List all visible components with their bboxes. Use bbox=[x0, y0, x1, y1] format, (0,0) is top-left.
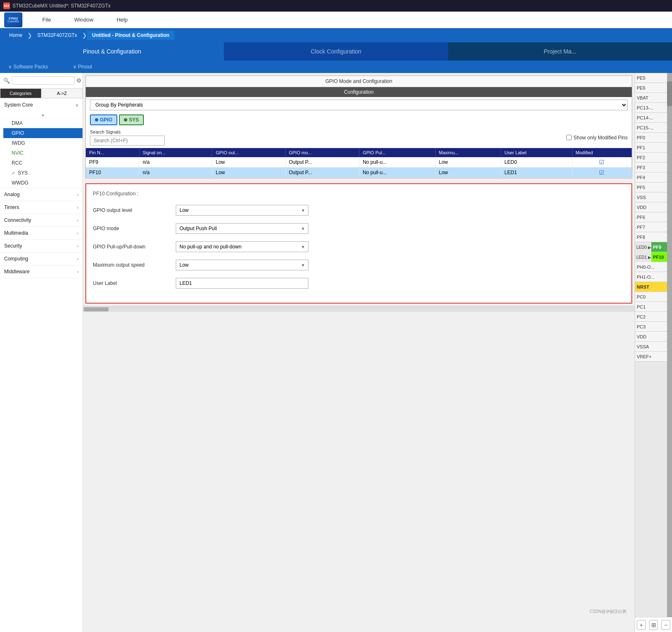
pin-PF9: PF9 bbox=[651, 242, 667, 252]
sidebar-tab-az[interactable]: A->Z bbox=[41, 88, 83, 98]
gear-icon[interactable]: ⚙ bbox=[76, 77, 82, 84]
menu-items: File Window Help bbox=[39, 15, 131, 24]
menu-help[interactable]: Help bbox=[113, 15, 131, 24]
sidebar-section-timers-header[interactable]: Timers › bbox=[0, 201, 82, 214]
menubar: STM32 CubeMX File Window Help bbox=[0, 12, 672, 28]
breadcrumb-arrow1: ❯ bbox=[27, 32, 32, 39]
chevron-right-icon2: › bbox=[77, 205, 78, 210]
zoom-out-button[interactable]: − bbox=[661, 620, 670, 630]
pin-PF1: PF1 bbox=[635, 143, 667, 153]
horizontal-scrollbar[interactable] bbox=[83, 306, 635, 312]
sidebar-section-analog-header[interactable]: Analog › bbox=[0, 188, 82, 201]
sidebar-section-multimedia-header[interactable]: Multimedia › bbox=[0, 227, 82, 239]
sidebar-section-timers: Timers › bbox=[0, 201, 82, 214]
sidebar-section-middleware: Middleware › bbox=[0, 265, 82, 278]
output-level-select[interactable]: Low High bbox=[176, 205, 308, 216]
subtab-pinout[interactable]: ∨ Pinout bbox=[73, 64, 92, 70]
pin-PH1: PH1-O... bbox=[635, 272, 667, 282]
pin-PC13: PC13-... bbox=[635, 103, 667, 113]
row0-pull: No pull-u... bbox=[359, 157, 435, 168]
sidebar-tab-bar: Categories A->Z bbox=[0, 88, 82, 99]
config-row-user-label: User Label bbox=[93, 278, 625, 289]
row0-max: Low bbox=[435, 157, 501, 168]
user-label-input[interactable] bbox=[176, 278, 308, 289]
pin-PC14: PC14-... bbox=[635, 113, 667, 123]
pin-PF3: PF3 bbox=[635, 163, 667, 173]
chevron-right-icon7: › bbox=[77, 270, 78, 274]
sidebar-section-security-header[interactable]: Security › bbox=[0, 240, 82, 252]
gpio-tab-gpio[interactable]: GPIO bbox=[90, 114, 117, 125]
pin-PE5: PE5 bbox=[635, 73, 667, 83]
sidebar-section-security: Security › bbox=[0, 240, 82, 253]
sidebar-section-computing-header[interactable]: Computing › bbox=[0, 253, 82, 265]
sidebar-section-connectivity: Connectivity › bbox=[0, 214, 82, 227]
show-modified-label: Show only Modified Pins bbox=[566, 135, 628, 141]
logo-text1: STM32 bbox=[9, 17, 18, 20]
sys-dot-icon bbox=[124, 118, 127, 122]
tab-pinout[interactable]: Pinout & Configuration bbox=[0, 42, 224, 61]
menu-file[interactable]: File bbox=[39, 15, 54, 24]
gpio-mode-select[interactable]: Output Push Pull Output Open Drain bbox=[176, 223, 308, 234]
row0-signal: n/a bbox=[139, 157, 212, 168]
table-row[interactable]: PF9 n/a Low Output P... No pull-u... Low… bbox=[86, 157, 632, 168]
sidebar-tab-categories[interactable]: Categories bbox=[0, 88, 41, 98]
fit-button[interactable]: ⊞ bbox=[649, 620, 658, 630]
col-pin: Pin N... bbox=[86, 148, 139, 157]
pin-PC1: PC1 bbox=[635, 302, 667, 312]
gpio-dot-icon bbox=[95, 118, 98, 122]
pin-PF4: PF4 bbox=[635, 173, 667, 182]
output-level-label: GPIO output level bbox=[93, 207, 176, 213]
sidebar-item-rcc[interactable]: RCC bbox=[3, 158, 82, 168]
breadcrumb: Home ❯ STM32F407ZGTx ❯ Untitled - Pinout… bbox=[0, 28, 672, 42]
sidebar-item-sys[interactable]: SYS bbox=[3, 168, 82, 178]
pull-label: GPIO Pull-up/Pull-down bbox=[93, 244, 176, 250]
pin-VBAT: VBAT bbox=[635, 93, 667, 103]
sidebar-item-wwdg[interactable]: WWDG bbox=[3, 178, 82, 188]
group-by-select[interactable]: Group By Peripherals bbox=[90, 100, 628, 110]
breadcrumb-current[interactable]: Untitled - Pinout & Configuration bbox=[87, 31, 175, 40]
sidebar-section-connectivity-header[interactable]: Connectivity › bbox=[0, 214, 82, 226]
gpio-tab-bar: GPIO SYS bbox=[86, 113, 632, 127]
row0-mode: Output P... bbox=[285, 157, 359, 168]
table-row[interactable]: PF10 n/a Low Output P... No pull-u... Lo… bbox=[86, 168, 632, 178]
subtab-software-packs[interactable]: ∨ Software Packs bbox=[8, 64, 48, 70]
pin-PF2: PF2 bbox=[635, 153, 667, 163]
row1-modified: ☑ bbox=[572, 168, 631, 178]
sidebar-section-middleware-header[interactable]: Middleware › bbox=[0, 265, 82, 278]
logo-text2: CubeMX bbox=[7, 20, 19, 23]
pull-select[interactable]: No pull-up and no pull-down Pull-up Pull… bbox=[176, 241, 308, 252]
gpio-mode-label: GPIO mode bbox=[93, 226, 176, 231]
pin-PF10: PF10 bbox=[651, 252, 667, 262]
gpio-config-panel: GPIO Mode and Configuration Configuratio… bbox=[85, 75, 632, 178]
breadcrumb-home[interactable]: Home bbox=[4, 31, 27, 40]
scrollbar-thumb[interactable] bbox=[84, 307, 109, 311]
speed-select[interactable]: Low Medium High Very High bbox=[176, 260, 308, 270]
show-modified-checkbox[interactable] bbox=[566, 135, 572, 140]
sidebar-section-system-core-header[interactable]: System Core ∨ bbox=[0, 99, 82, 111]
titlebar: MX STM32CubeMX Untitled*: STM32F407ZGTx bbox=[0, 0, 672, 12]
search-input[interactable] bbox=[12, 76, 75, 85]
col-max: Maximu... bbox=[435, 148, 501, 157]
tab-project[interactable]: Project Ma... bbox=[448, 42, 672, 61]
sidebar-item-dma[interactable]: DMA bbox=[3, 118, 82, 128]
sidebar-section-system-core: System Core ∨ ▲ DMA GPIO IWDG NVIC RCC bbox=[0, 99, 82, 188]
pin-NRST: NRST bbox=[635, 282, 667, 292]
check-icon2: ☑ bbox=[599, 169, 604, 176]
signal-search-input[interactable] bbox=[90, 136, 165, 146]
zoom-in-button[interactable]: + bbox=[637, 620, 646, 630]
sidebar-item-gpio[interactable]: GPIO bbox=[3, 128, 82, 138]
sidebar-item-nvic[interactable]: NVIC bbox=[3, 148, 82, 158]
check-icon: ☑ bbox=[599, 159, 604, 165]
sidebar-item-iwdg[interactable]: IWDG bbox=[3, 138, 82, 148]
row1-pin: PF10 bbox=[86, 168, 139, 178]
tab-clock[interactable]: Clock Configuration bbox=[224, 42, 448, 61]
subtab-bar: ∨ Software Packs ∨ Pinout bbox=[0, 61, 672, 73]
user-label-label: User Label bbox=[93, 280, 176, 286]
chevron-right-icon3: › bbox=[77, 218, 78, 223]
gpio-tab-sys[interactable]: SYS bbox=[119, 114, 144, 125]
breadcrumb-device[interactable]: STM32F407ZGTx bbox=[32, 31, 82, 40]
row0-label: LED0 bbox=[501, 157, 572, 168]
search-icon: 🔍 bbox=[3, 78, 10, 84]
menu-window[interactable]: Window bbox=[71, 15, 97, 24]
titlebar-title: STM32CubeMX Untitled*: STM32F407ZGTx bbox=[12, 3, 111, 9]
